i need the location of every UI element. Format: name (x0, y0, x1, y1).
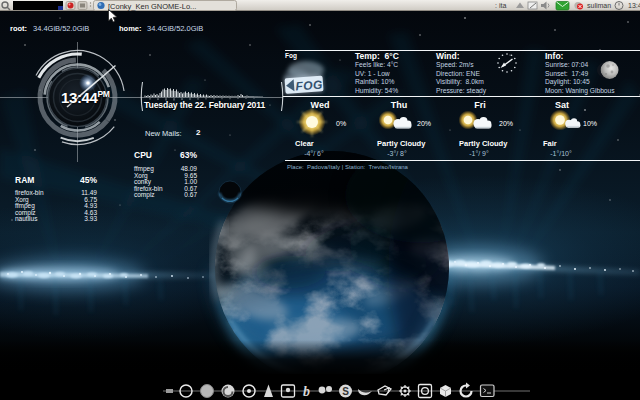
svg-text:S: S (342, 386, 349, 397)
svg-text:b: b (303, 384, 310, 399)
svg-text:FOG: FOG (295, 78, 323, 94)
